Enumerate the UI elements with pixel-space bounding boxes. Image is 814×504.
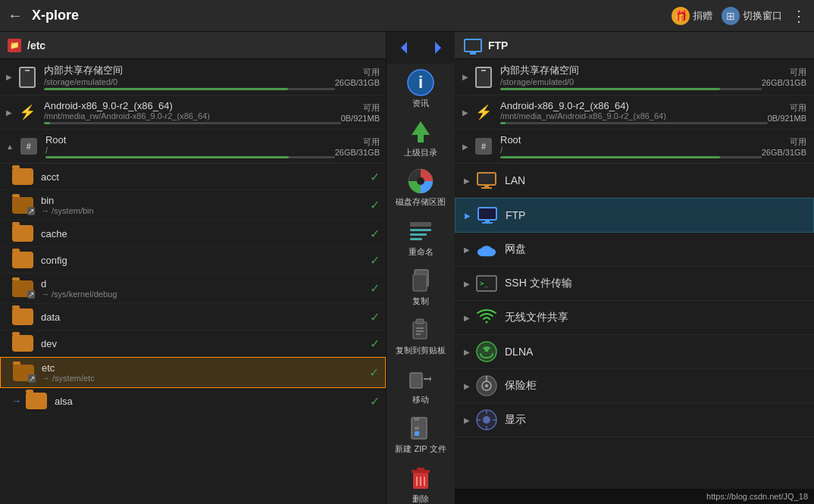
svg-rect-58 <box>477 173 496 185</box>
storage-size: 可用 26GB/31GB <box>762 136 806 157</box>
expand-arrow: ▶ <box>464 246 470 254</box>
folder-item-bin[interactable]: bin → /system/bin ✓ <box>0 190 386 221</box>
svg-point-7 <box>417 177 424 185</box>
storage-bar <box>500 88 762 90</box>
storage-item-usb[interactable]: ▶ ⚡ Android-x86_9.0-r2_(x86_64) /mnt/med… <box>0 95 386 130</box>
back-button[interactable]: ← <box>8 7 23 24</box>
folder-name: acct <box>41 171 367 183</box>
svg-rect-60 <box>481 187 492 189</box>
toolbar-copy-clipboard-button[interactable]: 复制到剪贴板 <box>387 311 455 360</box>
storage-size: 可用 26GB/31GB <box>335 67 380 87</box>
svg-rect-61 <box>478 208 496 220</box>
nav-right-button[interactable] <box>424 36 452 59</box>
svg-rect-10 <box>410 233 427 236</box>
wifi-icon <box>476 308 497 327</box>
folder-name: alsa <box>55 396 367 407</box>
status-bar: https://blog.csdn.net/JQ_18 <box>455 489 814 504</box>
storage-item-root[interactable]: ▲ # Root / 可用 26GB/31GB <box>0 130 386 164</box>
storage-size: 可用 0B/921MB <box>341 102 380 123</box>
switch-icon: ⊞ <box>722 7 740 25</box>
status-url: https://blog.csdn.net/JQ_18 <box>706 492 808 501</box>
move-icon <box>406 365 435 393</box>
nav-left-button[interactable] <box>390 36 418 59</box>
expand-arrow: ▶ <box>464 314 470 322</box>
right-file-list: ▶ 内部共享存储空间 /storage/emulated/0 可用 26GB/3… <box>455 59 814 489</box>
svg-rect-25 <box>415 427 419 430</box>
folder-item-data[interactable]: data ✓ <box>0 304 386 330</box>
svg-rect-5 <box>418 135 424 142</box>
check-icon: ✓ <box>370 394 380 409</box>
storage-bar-fill <box>500 88 720 90</box>
svg-rect-63 <box>482 222 493 224</box>
storage-info: 内部共享存储空间 /storage/emulated/0 <box>500 64 762 90</box>
svg-rect-23 <box>415 418 419 421</box>
nav-item-cloud[interactable]: ▶ 网盘 <box>455 233 814 267</box>
title-bar-actions: 🎁 捐赠 ⊞ 切换窗口 ⋮ <box>672 7 806 25</box>
donate-button[interactable]: 🎁 捐赠 <box>672 7 712 25</box>
toolbar-newzip-button[interactable]: 新建 ZIP 文件 <box>387 409 455 459</box>
toolbar-delete-button[interactable]: 删除 <box>387 459 455 505</box>
svg-rect-29 <box>417 468 424 471</box>
folder-item-etc[interactable]: etc → /system/etc ✓ <box>0 357 386 388</box>
root-storage-icon: # <box>18 136 39 157</box>
expand-arrow: ▶ <box>462 142 468 151</box>
expand-arrow: ▶ <box>6 108 12 117</box>
storage-path: /mnt/media_rw/Android-x86_9.0-r2_(x86_64… <box>44 111 341 121</box>
right-panel-title: FTP <box>488 39 508 52</box>
up-dir-icon <box>406 117 435 146</box>
folder-item-d[interactable]: d → /sys/kernel/debug ✓ <box>0 274 386 304</box>
expand-arrow: ▶ <box>6 73 12 81</box>
more-options-button[interactable]: ⋮ <box>791 7 806 25</box>
storage-bar-fill <box>44 122 50 124</box>
expand-arrow: ▶ <box>464 348 470 356</box>
folder-name: etc → /system/etc <box>42 362 366 383</box>
storage-info: 内部共享存储空间 /storage/emulated/0 <box>44 64 335 90</box>
storage-bar <box>500 122 768 124</box>
toolbar-rename-button[interactable]: 重命名 <box>387 212 455 261</box>
folder-name: config <box>41 255 367 266</box>
nav-item-lan[interactable]: ▶ LAN <box>455 164 814 198</box>
nav-item-dlna[interactable]: ▶ DLNA <box>455 335 814 369</box>
toolbar-up-button[interactable]: 上级目录 <box>387 113 455 162</box>
folder-item-alsa[interactable]: → alsa ✓ <box>0 388 386 415</box>
ssh-icon: >_ <box>476 274 497 293</box>
dlna-icon <box>476 343 497 361</box>
right-storage-usb[interactable]: ▶ ⚡ Android-x86_9.0-r2_(x86_64) /mnt/med… <box>455 95 814 130</box>
svg-text:i: i <box>418 73 423 92</box>
right-storage-internal[interactable]: ▶ 内部共享存储空间 /storage/emulated/0 可用 26GB/3… <box>455 59 814 95</box>
nav-label-dlna: DLNA <box>505 346 533 358</box>
nav-label-wifi: 无线文件共享 <box>505 311 568 324</box>
toolbar-copy-button[interactable]: 复制 <box>387 261 455 311</box>
switch-window-button[interactable]: ⊞ 切换窗口 <box>722 7 782 25</box>
nav-item-ssh[interactable]: ▶ >_ SSH 文件传输 <box>455 267 814 301</box>
toolbar-info-button[interactable]: i 资讯 <box>387 64 455 113</box>
nav-item-display[interactable]: ▶ 显示 <box>455 403 814 437</box>
symlink-path: → /system/bin <box>41 206 367 215</box>
donate-label: 捐赠 <box>693 9 712 23</box>
nav-item-ftp[interactable]: ▶ FTP <box>455 198 814 233</box>
svg-rect-15 <box>416 319 424 324</box>
storage-item-internal[interactable]: ▶ 内部共享存储空间 /storage/emulated/0 可用 26GB/3… <box>0 59 386 95</box>
right-panel-header: FTP <box>455 32 814 59</box>
storage-info: Root / <box>45 134 335 158</box>
right-storage-root[interactable]: ▶ # Root / 可用 26GB/31GB <box>455 130 814 164</box>
toolbar-move-button[interactable]: 移动 <box>387 360 455 409</box>
folder-item-dev[interactable]: dev ✓ <box>0 330 386 357</box>
app-title: X-plore <box>32 8 672 23</box>
nav-item-safe[interactable]: ▶ 保险柜 <box>455 369 814 403</box>
folder-name: cache <box>41 228 367 239</box>
storage-bar <box>45 156 335 158</box>
monitor-icon <box>464 39 482 52</box>
folder-item-cache[interactable]: cache ✓ <box>0 221 386 247</box>
folder-item-config[interactable]: config ✓ <box>0 247 386 274</box>
expand-arrow: ▶ <box>464 177 470 185</box>
toolbar-disk-button[interactable]: 磁盘存储区图 <box>387 162 455 211</box>
display-icon <box>476 411 497 429</box>
storage-info: Android-x86_9.0-r2_(x86_64) /mnt/media_r… <box>44 100 341 124</box>
nav-item-wifi[interactable]: ▶ 无线文件共享 <box>455 301 814 335</box>
expand-arrow: ▲ <box>6 142 14 151</box>
folder-item-acct[interactable]: acct ✓ <box>0 164 386 190</box>
folder-name: data <box>41 311 367 323</box>
nav-label-ssh: SSH 文件传输 <box>505 277 572 290</box>
left-panel-header: 📁 /etc <box>0 32 386 59</box>
